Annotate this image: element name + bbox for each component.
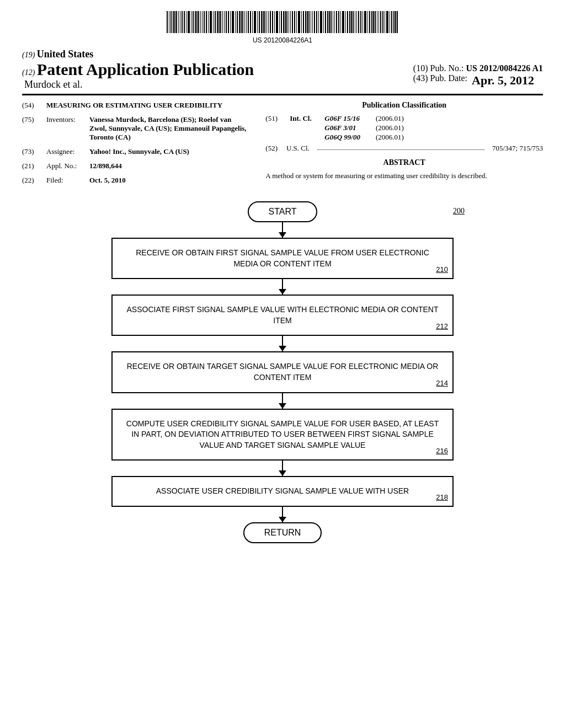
abstract-title: ABSTRACT (265, 158, 543, 167)
filed-row: (22) Filed: Oct. 5, 2010 (22, 176, 249, 185)
pub-type-label: (12) (22, 68, 37, 77)
fc-box-210: RECEIVE OR OBTAIN FIRST SIGNAL SAMPLE VA… (111, 238, 454, 279)
assignee-row: (73) Assignee: Yahoo! Inc., Sunnyvale, C… (22, 147, 249, 156)
left-column: (54) MEASURING OR ESTIMATING USER CREDIB… (22, 101, 249, 190)
int-cl-label: Int. Cl. (290, 114, 320, 142)
title-row: (54) MEASURING OR ESTIMATING USER CREDIB… (22, 101, 249, 110)
fc-box-214: RECEIVE OR OBTAIN TARGET SIGNAL SAMPLE V… (111, 351, 454, 393)
country-label: (19) (22, 51, 37, 59)
abstract-text: A method or system for measuring or esti… (265, 170, 543, 181)
country-name: United States (37, 49, 94, 60)
us-cl-num: (52) (265, 144, 278, 153)
pub-date-label: (43) Pub. Date: (413, 73, 467, 88)
inventors-num: (75) (22, 115, 42, 142)
fc-row-212: ASSOCIATE FIRST SIGNAL SAMPLE VALUE WITH… (111, 295, 454, 336)
fc-ref-218: 218 (436, 493, 448, 502)
fc-box-216: COMPUTE USER CREDIBILITY SIGNAL SAMPLE V… (111, 409, 454, 461)
cls-code-2: G06F 3/01 (324, 124, 360, 132)
header-right: (10) Pub. No.: US 2012/0084226 A1 (43) P… (413, 60, 543, 88)
appl-no-value: 12/898,644 (89, 162, 122, 170)
assignee-value: Yahoo! Inc., Sunnyvale, CA (US) (89, 147, 189, 156)
assignee-label: Assignee: (46, 147, 85, 156)
barcode-image (167, 11, 398, 33)
int-cl-row: (51) Int. Cl. G06F 15/16 G06F 3/01 G06Q … (265, 114, 543, 142)
assignee-num: (73) (22, 147, 42, 156)
pub-no-value: US 2012/0084226 A1 (466, 63, 543, 73)
appl-no-label: Appl. No.: (46, 162, 85, 170)
title-num: (54) (22, 101, 42, 110)
pub-class-title: Publication Classification (265, 101, 543, 110)
fc-row-216: COMPUTE USER CREDIBILITY SIGNAL SAMPLE V… (111, 409, 454, 461)
pub-date-value: Apr. 5, 2012 (472, 73, 534, 88)
fc-ref-200: 200 (453, 207, 465, 216)
barcode-area: US 20120084226A1 (22, 11, 543, 44)
fc-return-row: RETURN (243, 522, 322, 543)
appl-no-row: (21) Appl. No.: 12/898,644 (22, 162, 249, 170)
fc-arrow-5 (282, 461, 283, 476)
pub-type: Patent Application Publication (37, 60, 254, 78)
fc-arrow-1 (282, 222, 283, 238)
inventors-label: Inventors: (46, 115, 85, 142)
fc-row-218: ASSOCIATE USER CREDIBILITY SIGNAL SAMPLE… (111, 476, 454, 507)
int-cl-num: (51) (265, 114, 285, 142)
cls-date-2: (2006.01) (376, 124, 404, 132)
author-name: Murdock et al. (24, 79, 254, 90)
us-cl-row: (52) U.S. Cl. 705/347; 715/753 (265, 144, 543, 153)
filed-label: Filed: (46, 176, 85, 185)
cls-code-3: G06Q 99/00 (324, 133, 360, 142)
flowchart: 200 START RECEIVE OR OBTAIN FIRST SIGNAL… (89, 201, 476, 543)
pub-no-row: (10) Pub. No.: US 2012/0084226 A1 (413, 63, 543, 73)
fc-arrow-2 (282, 279, 283, 295)
fc-arrow-3 (282, 336, 283, 351)
filed-value: Oct. 5, 2010 (89, 176, 126, 184)
fc-box-218: ASSOCIATE USER CREDIBILITY SIGNAL SAMPLE… (111, 476, 454, 507)
cls-code-1: G06F 15/16 (324, 114, 360, 123)
fc-arrow-4 (282, 393, 283, 409)
inventors-row: (75) Inventors: Vanessa Murdock, Barcelo… (22, 115, 249, 142)
fc-ref-214: 214 (436, 378, 448, 388)
fc-row-210: RECEIVE OR OBTAIN FIRST SIGNAL SAMPLE VA… (111, 238, 454, 279)
fc-ref-210: 210 (436, 265, 448, 275)
inventors-value: Vanessa Murdock, Barcelona (ES); Roelof … (89, 115, 247, 141)
us-cl-dots (317, 141, 484, 150)
header-main-row: (12) Patent Application Publication Murd… (22, 60, 543, 95)
appl-num: (21) (22, 162, 42, 170)
fc-arrow-6 (282, 507, 283, 522)
fc-box-212: ASSOCIATE FIRST SIGNAL SAMPLE VALUE WITH… (111, 295, 454, 336)
fc-ref-216: 216 (436, 446, 448, 456)
fc-row-214: RECEIVE OR OBTAIN TARGET SIGNAL SAMPLE V… (111, 351, 454, 393)
fc-ref-212: 212 (436, 322, 448, 331)
cls-date-1: (2006.01) (376, 114, 404, 123)
cls-date-3: (2006.01) (376, 133, 404, 142)
right-column: Publication Classification (51) Int. Cl.… (265, 101, 543, 190)
header-left: (12) Patent Application Publication Murd… (22, 60, 254, 90)
cls-dates: (2006.01) (2006.01) (2006.01) (376, 114, 404, 142)
pub-type-row: (12) Patent Application Publication (22, 60, 254, 79)
title-text: MEASURING OR ESTIMATING USER CREDIBILITY (46, 101, 222, 109)
barcode-number: US 20120084226A1 (22, 36, 543, 44)
fc-start-row: START (248, 201, 318, 222)
fc-return-box: RETURN (243, 522, 322, 543)
header-country-row: (19) United States (22, 49, 543, 60)
us-cl-value: 705/347; 715/753 (492, 144, 543, 153)
main-content: (54) MEASURING OR ESTIMATING USER CREDIB… (22, 101, 543, 190)
pub-date-row: (43) Pub. Date: Apr. 5, 2012 (413, 73, 543, 88)
abstract-section: ABSTRACT A method or system for measurin… (265, 158, 543, 181)
fc-start-box: START (248, 201, 318, 222)
filed-num: (22) (22, 176, 42, 185)
chart-area: START RECEIVE OR OBTAIN FIRST SIGNAL SAM… (89, 201, 476, 543)
pub-no-label: (10) Pub. No.: (413, 63, 464, 73)
cls-codes: G06F 15/16 G06F 3/01 G06Q 99/00 (324, 114, 360, 142)
us-cl-label: U.S. Cl. (286, 144, 310, 153)
